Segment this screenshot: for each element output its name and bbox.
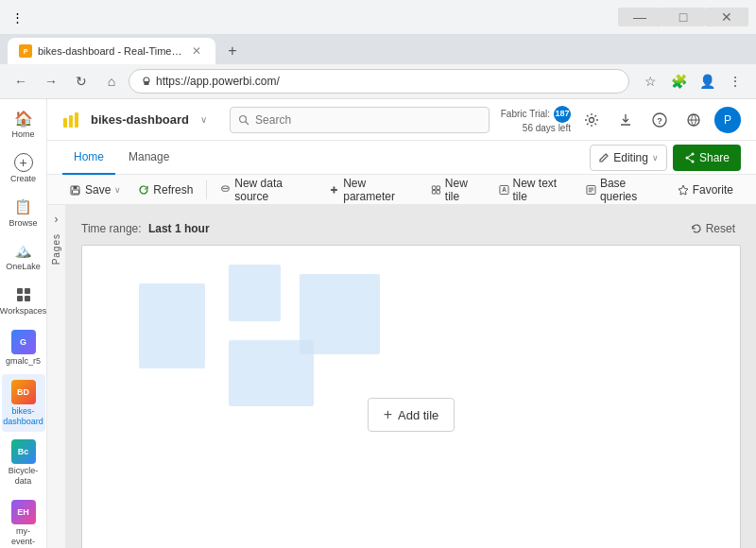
network-icon-btn[interactable] [680,107,707,133]
pages-toggle-btn[interactable]: › [55,213,59,226]
new-tab-btn[interactable]: + [219,38,246,64]
refresh-btn[interactable]: Refresh [130,178,200,202]
editing-btn[interactable]: Editing ∨ [590,145,667,171]
workspaces-icon [14,285,33,304]
base-queries-label: Base queries [600,177,661,203]
search-input[interactable] [255,113,481,127]
reset-label: Reset [706,222,735,235]
add-tile-btn[interactable]: + Add tile [368,398,455,432]
app-title-chevron-icon[interactable]: ∨ [200,114,207,125]
sidebar-item-create[interactable]: + Create [2,147,45,190]
svg-line-12 [246,121,249,125]
browser-more-btn[interactable]: ⋮ [722,68,748,94]
sidebar-item-bikes-dashboard[interactable]: BD bikes-dashboard [2,374,45,433]
bicycle-data-avatar: Bc [11,439,36,464]
sidebar-label-workspaces: Workspaces [0,306,46,317]
search-bar[interactable] [230,107,490,133]
app-header: bikes-dashboard ∨ Fabric Trial: 187 56 d… [47,99,756,141]
add-tile-plus-icon: + [384,406,392,423]
pages-sidebar: › Pages [47,205,66,548]
time-range-bar: Time range: Last 1 hour Reset [81,220,741,237]
window-minimize-btn[interactable]: — [618,8,662,26]
tab-manage[interactable]: Manage [117,141,180,175]
sidebar-item-onelake[interactable]: 🏔️ OneLake [2,235,45,278]
tab-favicon: P [19,44,32,58]
svg-rect-10 [75,112,78,128]
window-maximize-btn[interactable]: □ [662,8,705,26]
nav-home-btn[interactable]: ⌂ [98,68,125,94]
sidebar-label-home: Home [11,129,34,140]
svg-rect-29 [437,185,440,189]
gmalc-avatar: G [11,330,36,354]
tab-close-btn[interactable]: ✕ [189,43,204,59]
browser-extensions-btn[interactable]: 🧩 [665,68,692,94]
browser-profile-btn[interactable]: 👤 [694,68,720,94]
reset-btn[interactable]: Reset [685,220,741,237]
browser-star-btn[interactable]: ☆ [637,68,663,94]
trial-badge: 187 [554,106,571,123]
search-icon [238,114,249,126]
address-bar-row: ← → ↻ ⌂ https://app.powerbi.com/ ☆ 🧩 👤 ⋮ [0,64,756,98]
sidebar-item-gmalc[interactable]: G gmalc_r5 [2,324,45,372]
svg-rect-24 [73,190,79,194]
tab-home[interactable]: Home [62,141,115,175]
time-range-prefix: Time range: [81,222,142,235]
lock-icon [141,76,152,87]
fabric-trial-days: 56 days left [523,123,571,134]
nav-forward-btn[interactable]: → [38,68,64,94]
browser-tab-active[interactable]: P bikes-dashboard - Real-Time Int... ✕ [8,38,215,64]
share-btn[interactable]: Share [673,145,741,171]
svg-rect-3 [145,81,149,85]
new-text-tile-btn[interactable]: A New text tile [491,178,576,202]
base-queries-btn[interactable]: Base queries [578,178,668,202]
dashboard-canvas: + Add tile [81,245,741,548]
tab-bar: P bikes-dashboard - Real-Time Int... ✕ + [0,34,756,64]
main-content: bikes-dashboard ∨ Fabric Trial: 187 56 d… [47,99,756,548]
download-icon-btn[interactable] [612,107,639,133]
app-logo [62,111,79,128]
action-bar: Save ∨ Refresh New data source New param… [47,175,756,205]
new-parameter-label: New parameter [343,177,414,203]
favorite-btn[interactable]: Favorite [670,178,741,202]
sidebar-item-home[interactable]: 🏠 Home [2,103,45,146]
refresh-icon [138,184,149,196]
sidebar-item-workspaces[interactable]: Workspaces [2,280,45,322]
nav-refresh-btn[interactable]: ↻ [68,68,94,94]
svg-rect-8 [63,118,67,128]
browser-actions: ☆ 🧩 👤 ⋮ [637,68,748,94]
new-tile-btn[interactable]: New tile [423,178,490,202]
settings-icon [584,112,599,128]
home-icon: 🏠 [14,109,33,128]
browser-chrome: ⋮ — □ ✕ P bikes-dashboard - Real-Time In… [0,0,756,99]
help-icon-btn[interactable]: ? [646,107,673,133]
divider-1 [206,180,207,199]
svg-rect-5 [25,288,30,294]
nav-back-btn[interactable]: ← [8,68,34,94]
favorite-label: Favorite [693,183,733,197]
user-avatar[interactable]: P [714,107,741,133]
left-sidebar: 🏠 Home + Create 📋 Browse 🏔️ OneLake Work… [0,99,47,548]
sidebar-item-browse[interactable]: 📋 Browse [2,192,45,234]
pages-label: Pages [51,233,61,265]
reset-icon [691,223,702,234]
save-btn[interactable]: Save ∨ [62,178,129,202]
sidebar-label-onelake: OneLake [6,262,41,272]
new-parameter-btn[interactable]: New parameter [321,178,421,202]
tab-title: bikes-dashboard - Real-Time Int... [38,45,183,57]
url-text: https://app.powerbi.com/ [156,75,280,88]
browser-menu-icon[interactable]: ⋮ [8,8,26,26]
new-tile-label: New tile [445,177,482,203]
create-icon: + [14,153,33,172]
sidebar-item-event-house-1[interactable]: EH my-event-house [2,494,45,548]
browse-icon: 📋 [14,197,33,216]
browser-titlebar: ⋮ — □ ✕ [0,0,756,34]
add-tile-label: Add tile [398,408,438,422]
canvas-area: Time range: Last 1 hour Reset [66,205,756,548]
new-text-tile-label: New text tile [513,177,569,203]
window-close-btn[interactable]: ✕ [705,8,748,26]
new-data-source-btn[interactable]: New data source [213,178,319,202]
settings-icon-btn[interactable] [578,107,605,133]
address-bar[interactable]: https://app.powerbi.com/ [129,69,629,94]
sidebar-item-bicycle-data[interactable]: Bc Bicycle-data [2,434,45,492]
tile-placeholder-a [139,283,205,368]
